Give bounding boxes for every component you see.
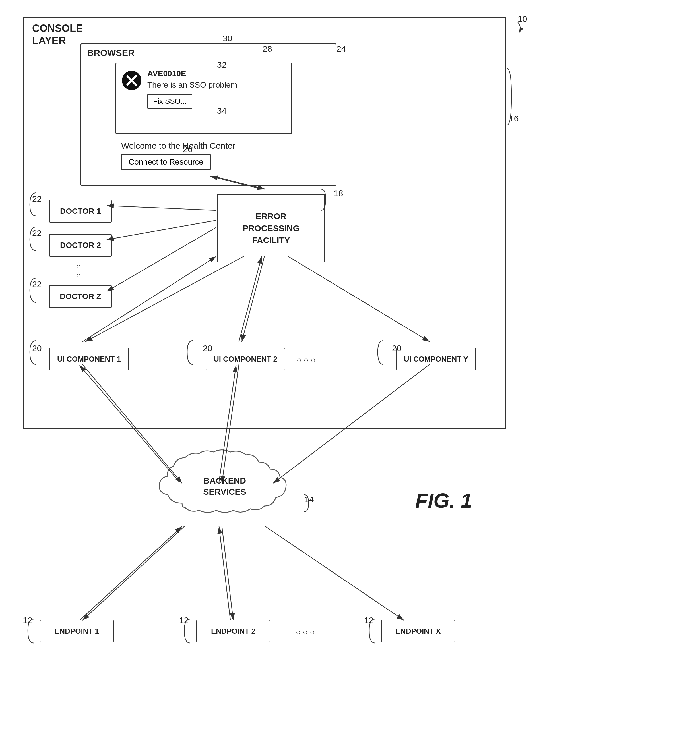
svg-line-22 [265,526,404,620]
endpoint-dots: ○ ○ ○ [296,628,315,637]
connect-to-resource-button[interactable]: Connect to Resource [121,154,211,170]
console-layer-label: CONSOLE LAYER [32,22,83,47]
endpoint1-label: ENDPOINT 1 [54,627,99,636]
ref-16: 16 [509,114,519,123]
ref-34: 34 [217,106,226,116]
diagram-container: 10 CONSOLE LAYER BROWSER AVE0010E [17,11,683,728]
vertical-dots: ○○ [76,262,82,280]
ref-20c: 20 [392,343,401,353]
ref-20b: 20 [203,343,212,353]
backend-cloud: BACKEND SERVICES [154,446,296,526]
epf-box: ERROR PROCESSING FACILITY [217,194,325,263]
doctorz-label: DOCTOR Z [60,292,101,301]
endpoint2-box: ENDPOINT 2 [196,620,270,643]
ref-20a: 20 [32,343,41,353]
ref-32: 32 [217,60,226,70]
ref-14: 14 [304,494,314,504]
ref-22b: 22 [32,228,41,238]
browser-box: BROWSER AVE0010E There is an SSO problem… [81,44,337,186]
ref-12a: 12 [23,615,32,625]
ref-24: 24 [337,44,346,54]
ui-compy-label: UI COMPONENT Y [404,355,468,364]
ref-28: 28 [263,44,272,54]
ui-comp2-label: UI COMPONENT 2 [213,355,277,364]
ref-30: 30 [223,34,232,43]
doctor2-label: DOCTOR 2 [60,241,101,250]
health-center-text: Welcome to the Health Center [121,141,235,151]
svg-line-20 [82,526,185,620]
endpoint2-label: ENDPOINT 2 [211,627,256,636]
ref-26: 26 [183,144,192,154]
doctor1-box: DOCTOR 1 [49,200,112,223]
error-content: AVE0010E There is an SSO problem Fix SSO… [147,69,285,109]
ref-12c: 12 [364,615,374,625]
endpointx-label: ENDPOINT X [396,627,441,636]
epf-label: ERROR PROCESSING FACILITY [243,210,300,246]
ref-10: 10 [518,14,527,24]
doctorz-box: DOCTOR Z [49,285,112,308]
horizontal-dots: ○ ○ ○ [297,356,315,365]
ui-compy-box: UI COMPONENT Y [396,348,476,370]
error-dialog: AVE0010E There is an SSO problem Fix SSO… [115,63,292,134]
ref-18: 18 [334,188,343,198]
endpoint1-box: ENDPOINT 1 [40,620,114,643]
error-icon [122,70,142,90]
doctor2-box: DOCTOR 2 [49,234,112,257]
ui-comp2-box: UI COMPONENT 2 [206,348,285,370]
ref-22c: 22 [32,279,41,289]
ref-22a: 22 [32,194,41,204]
backend-label: BACKEND SERVICES [189,475,260,497]
fix-sso-button[interactable]: Fix SSO... [147,94,192,109]
console-layer-box: CONSOLE LAYER BROWSER AVE0010E There is … [23,17,506,429]
error-message: There is an SSO problem [147,81,285,89]
svg-line-23 [79,527,182,620]
ui-comp1-label: UI COMPONENT 1 [57,355,121,364]
svg-line-24 [219,527,230,620]
error-code: AVE0010E [147,69,285,78]
fig-label: FIG. 1 [415,489,472,512]
ui-comp1-box: UI COMPONENT 1 [49,348,129,370]
svg-line-21 [222,526,233,620]
endpointx-box: ENDPOINT X [381,620,455,643]
health-center-section: Welcome to the Health Center Connect to … [121,141,235,170]
browser-label: BROWSER [87,48,135,58]
ref-12b: 12 [179,615,188,625]
doctor1-label: DOCTOR 1 [60,207,101,216]
